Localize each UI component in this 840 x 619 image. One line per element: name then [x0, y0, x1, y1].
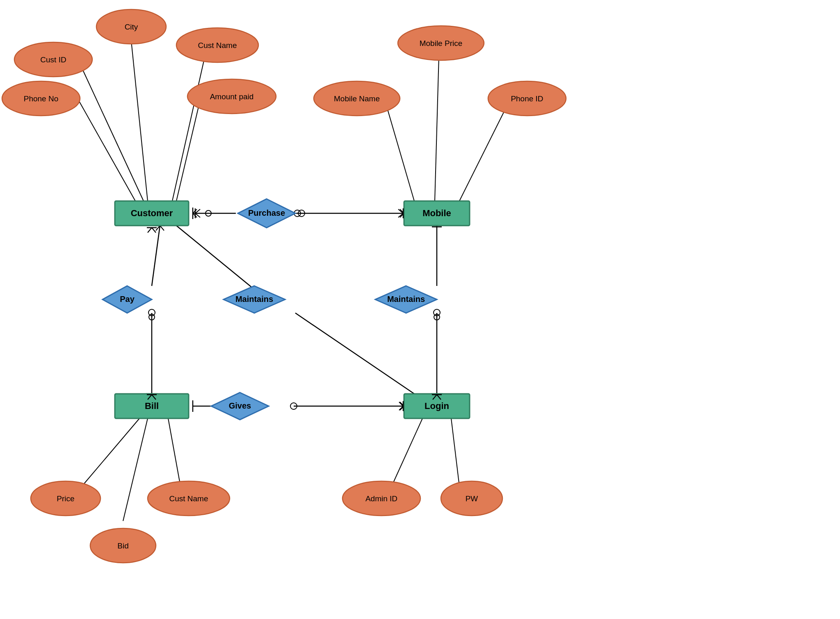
mobile-price-label: Mobile Price — [420, 39, 463, 48]
svg-line-19 — [152, 226, 160, 286]
phone-no-label: Phone No — [24, 94, 59, 103]
svg-line-42 — [82, 418, 139, 486]
phone-id-label: Phone ID — [511, 94, 543, 103]
svg-line-46 — [451, 418, 459, 486]
bid-label: Bid — [117, 541, 128, 550]
cust-name-bill-label: Cust Name — [169, 494, 208, 503]
price-label: Price — [57, 494, 74, 503]
svg-line-45 — [392, 418, 422, 486]
maintains-left-label: Maintains — [235, 295, 273, 304]
svg-line-56 — [152, 228, 156, 233]
svg-line-22 — [160, 226, 164, 231]
customer-label: Customer — [131, 208, 173, 218]
cardinality-layer — [147, 208, 442, 412]
svg-line-1 — [78, 59, 144, 201]
mobile-name-label: Mobile Name — [334, 94, 380, 103]
svg-line-5 — [176, 96, 201, 201]
purchase-label: Purchase — [248, 208, 285, 217]
amount-paid-label: Amount paid — [210, 92, 254, 101]
mobile-label: Mobile — [422, 208, 451, 218]
gives-label: Gives — [229, 401, 251, 410]
svg-line-63 — [399, 402, 403, 406]
attributes-layer: Cust ID City Cust Name Phone No Amount p… — [2, 9, 566, 563]
maintains-right-label: Maintains — [387, 295, 425, 304]
admin-id-label: Admin ID — [365, 494, 397, 503]
svg-line-43 — [168, 418, 180, 486]
svg-line-55 — [148, 228, 152, 233]
er-diagram: Customer Mobile Bill Login Purchase Pay … — [0, 0, 840, 619]
svg-line-64 — [399, 406, 403, 410]
cust-id-label: Cust ID — [40, 55, 66, 64]
svg-line-7 — [386, 103, 414, 201]
login-label: Login — [425, 401, 449, 411]
entities-layer: Customer Mobile Bill Login — [115, 201, 470, 418]
svg-line-8 — [459, 103, 509, 201]
pay-label: Pay — [120, 295, 135, 304]
pw-label: PW — [466, 494, 478, 503]
svg-line-4 — [72, 88, 135, 201]
svg-line-29 — [295, 313, 414, 394]
svg-line-2 — [131, 41, 148, 201]
svg-line-6 — [435, 57, 439, 201]
bill-label: Bill — [145, 401, 159, 411]
city-label: City — [125, 23, 138, 31]
cust-name-top-label: Cust Name — [198, 41, 237, 50]
connections-layer — [72, 41, 509, 521]
svg-line-3 — [172, 55, 205, 201]
